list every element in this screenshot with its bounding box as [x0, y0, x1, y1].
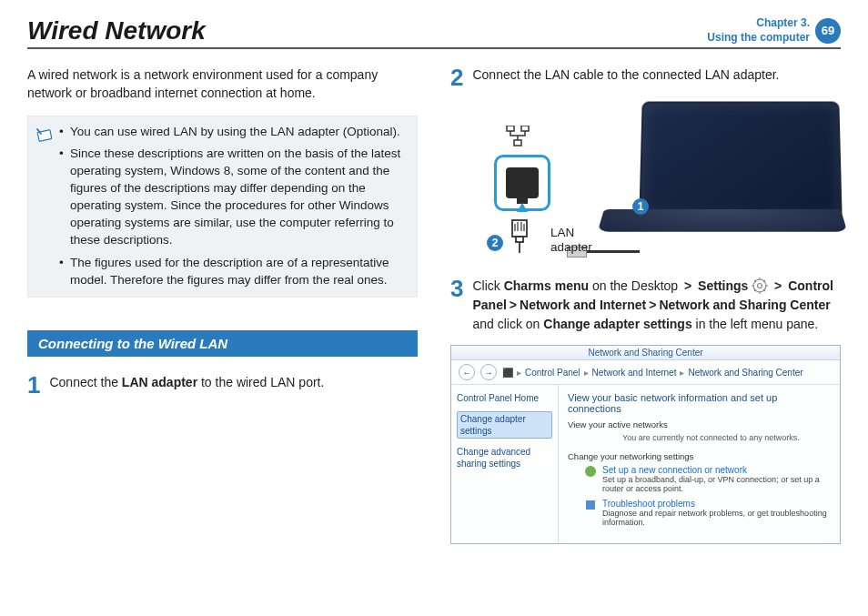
troubleshoot-icon [584, 499, 597, 511]
window-title: Network and Sharing Center [451, 346, 840, 360]
content-columns: A wired network is a network environment… [27, 66, 841, 544]
side-panel: Control Panel Home Change adapter settin… [451, 385, 559, 543]
callout-badge-1: 1 [632, 198, 649, 215]
figure-lan-adapter: 1 2 LAN adapter [450, 100, 841, 273]
task-desc: Set up a broadband, dial-up, or VPN conn… [602, 475, 831, 493]
lan-port-callout [494, 155, 550, 211]
note-item: You can use wired LAN by using the LAN a… [59, 124, 408, 141]
lan-adapter-label: LAN adapter [550, 226, 592, 255]
note-icon [35, 124, 54, 289]
callout-badge-2: 2 [487, 235, 503, 251]
connection-icon [584, 465, 597, 478]
svg-rect-5 [516, 237, 523, 242]
page-header: Wired Network Chapter 3. Using the compu… [27, 16, 841, 49]
step-2: 2 Connect the LAN cable to the connected… [450, 66, 841, 89]
task-desc: Diagnose and repair network problems, or… [602, 509, 831, 527]
task-title: Set up a new connection or network [602, 465, 831, 475]
step-bold: Change adapter settings [543, 317, 691, 331]
separator: > [772, 278, 784, 293]
left-column: A wired network is a network environment… [27, 66, 418, 544]
svg-point-7 [758, 284, 762, 288]
chapter-title: Using the computer [707, 31, 810, 45]
side-link-home[interactable]: Control Panel Home [457, 392, 552, 404]
back-button[interactable]: ← [459, 364, 475, 380]
step-body: Click Charms menu on the Desktop > Setti… [472, 277, 841, 334]
step-number: 1 [27, 373, 40, 397]
page-title: Wired Network [27, 16, 206, 45]
svg-rect-1 [507, 126, 514, 131]
svg-rect-3 [514, 140, 521, 146]
chapter-info: Chapter 3. Using the computer [707, 16, 810, 45]
step-3: 3 Click Charms menu on the Desktop > Set… [450, 277, 841, 334]
step-text: and click on [472, 317, 543, 331]
note-box: You can use wired LAN by using the LAN a… [27, 116, 418, 298]
note-list: You can use wired LAN by using the LAN a… [59, 124, 408, 289]
window-body: Control Panel Home Change adapter settin… [451, 385, 840, 543]
step-text: Connect the [49, 375, 121, 389]
status-text: You are currently not connected to any n… [568, 433, 831, 442]
note-item: Since these descriptions are written on … [59, 146, 408, 248]
main-panel: View your basic network information and … [559, 385, 840, 543]
step-bold: LAN adapter [122, 375, 197, 389]
header-right: Chapter 3. Using the computer 69 [707, 16, 841, 45]
step-bold: Network and Sharing Center [659, 298, 830, 312]
intro-text: A wired network is a network environment… [27, 66, 418, 103]
step-bold: Settings [698, 278, 748, 293]
separator: ▸ [680, 368, 684, 378]
step-body: Connect the LAN adapter to the wired LAN… [49, 373, 418, 397]
panel-subheading: View your active networks [568, 419, 831, 429]
panel-heading: View your basic network information and … [568, 392, 831, 414]
breadcrumb[interactable]: ⬛ ▸ Control Panel ▸ Network and Internet… [502, 368, 803, 378]
home-icon: ⬛ [502, 368, 513, 378]
task-setup-connection[interactable]: Set up a new connection or network Set u… [568, 465, 831, 493]
network-icon [503, 126, 532, 149]
forward-button[interactable]: → [480, 364, 497, 380]
step-body: Connect the LAN cable to the connected L… [472, 66, 841, 89]
step-bold: Charms menu [504, 278, 589, 293]
step-text: on the Desktop [589, 278, 681, 293]
arrow-up-icon [517, 203, 528, 212]
step-text: in the left menu pane. [692, 317, 819, 331]
chapter-number: Chapter 3. [707, 16, 810, 31]
cable-illustration [585, 250, 640, 253]
right-column: 2 Connect the LAN cable to the connected… [450, 66, 841, 544]
step-number: 3 [450, 277, 463, 334]
svg-rect-9 [586, 500, 595, 510]
crumb-item[interactable]: Control Panel [525, 368, 580, 378]
lan-plug-icon [507, 218, 532, 255]
step-1: 1 Connect the LAN adapter to the wired L… [27, 373, 418, 397]
page-number-badge: 69 [815, 18, 841, 44]
svg-rect-2 [521, 126, 529, 131]
step-bold: Network and Internet [520, 298, 646, 312]
rj45-icon [506, 167, 539, 198]
label-line: LAN [550, 226, 592, 240]
side-link-change-adapter[interactable]: Change adapter settings [457, 411, 552, 439]
note-item: The figures used for the description are… [59, 255, 408, 289]
crumb-item[interactable]: Network and Sharing Center [688, 368, 802, 378]
separator: > [681, 278, 694, 293]
svg-point-8 [585, 466, 596, 477]
separator: > [646, 298, 659, 312]
gear-icon [752, 278, 768, 294]
toolbar: ← → ⬛ ▸ Control Panel ▸ Network and Inte… [451, 360, 840, 385]
task-troubleshoot[interactable]: Troubleshoot problems Diagnose and repai… [568, 499, 831, 527]
label-line: adapter [550, 240, 592, 255]
panel-subheading: Change your networking settings [568, 451, 831, 461]
separator: > [507, 298, 520, 312]
separator: ▸ [517, 368, 521, 378]
screenshot-network-sharing-center: Network and Sharing Center ← → ⬛ ▸ Contr… [450, 345, 841, 544]
side-link-advanced-sharing[interactable]: Change advanced sharing settings [457, 446, 552, 470]
step-text: Click [472, 278, 503, 293]
step-text: to the wired LAN port. [197, 375, 324, 389]
step-number: 2 [450, 66, 463, 89]
section-heading: Connecting to the Wired LAN [27, 330, 418, 357]
laptop-illustration [604, 100, 841, 246]
separator: ▸ [584, 368, 589, 378]
task-title: Troubleshoot problems [602, 499, 831, 509]
crumb-item[interactable]: Network and Internet [592, 368, 677, 378]
